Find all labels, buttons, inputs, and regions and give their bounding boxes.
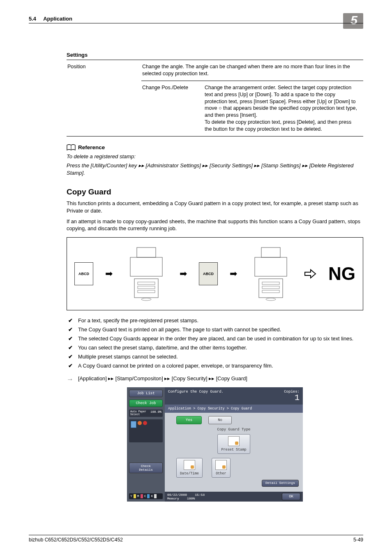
table-cell: Change Pos./Delete bbox=[141, 81, 204, 136]
table-cell: Change the arrangement order. Select the… bbox=[204, 81, 363, 136]
yes-button[interactable]: Yes bbox=[176, 416, 202, 424]
ok-button[interactable]: OK bbox=[282, 493, 300, 500]
svg-rect-7 bbox=[261, 247, 280, 257]
table-cell: Position bbox=[67, 60, 141, 136]
printer-icon bbox=[125, 245, 168, 303]
doc-guarded-icon: ABCD bbox=[199, 262, 218, 285]
svg-rect-10 bbox=[262, 282, 279, 284]
reference-path: Press the [Utility/Counter] key ▸▸ [Admi… bbox=[67, 162, 363, 177]
list-item: The selected Copy Guards appear in the o… bbox=[67, 335, 363, 342]
svg-point-13 bbox=[266, 298, 276, 301]
header-right: 5 bbox=[343, 13, 363, 29]
list-item: A Copy Guard cannot be printed on a colo… bbox=[67, 362, 363, 370]
panel-title: Configure the Copy Guard. bbox=[168, 390, 224, 402]
type-heading: Copy Guard Type bbox=[169, 428, 299, 432]
header-left: 5.4 Application bbox=[29, 16, 72, 22]
table-caption: Settings bbox=[67, 52, 363, 60]
stamp-icon bbox=[228, 436, 240, 446]
navigation-path: → [Application] ▸▸ [Stamp/Compositon] ▸▸… bbox=[67, 375, 363, 382]
svg-point-6 bbox=[141, 298, 151, 301]
list-item: Multiple preset stamps cannot be selecte… bbox=[67, 353, 363, 361]
copy-guard-heading: Copy Guard bbox=[67, 187, 363, 197]
footer-page: 5-49 bbox=[353, 537, 363, 543]
section-title: Application bbox=[43, 16, 72, 22]
panel-sidebar: Job List Check Job Auto Paper Select 100… bbox=[127, 387, 165, 502]
svg-rect-11 bbox=[262, 286, 279, 289]
panel-screenshot: Job List Check Job Auto Paper Select 100… bbox=[127, 387, 303, 502]
footer-model: bizhub C652/C652DS/C552/C552DS/C452 bbox=[29, 537, 123, 543]
doc-original-icon: ABCD bbox=[74, 262, 93, 285]
panel-header: Configure the Copy Guard. Copies: 1 bbox=[165, 387, 303, 405]
copy-guard-diagram: ABCD ➡ ➡ ABCD ➡ bbox=[67, 237, 363, 310]
chapter-number: 5 bbox=[343, 13, 363, 29]
svg-rect-5 bbox=[138, 290, 155, 293]
list-item: You can select the preset stamp, date/ti… bbox=[67, 344, 363, 352]
table-cell: Change the angle. The angle can be chang… bbox=[141, 60, 363, 81]
list-item: For a text, specify the pre-registered p… bbox=[67, 317, 363, 324]
svg-rect-12 bbox=[262, 290, 279, 293]
arrow-icon: ➡ bbox=[230, 268, 237, 279]
svg-rect-8 bbox=[255, 257, 287, 276]
svg-rect-4 bbox=[138, 286, 155, 289]
panel-body: Yes No Copy Guard Type Preset Stamp bbox=[165, 413, 303, 492]
copy-guard-p1: This function prints a document, embeddi… bbox=[67, 200, 363, 214]
list-item: The Copy Guard text is printed on all pa… bbox=[67, 326, 363, 333]
arrow-icon: ➡ bbox=[180, 268, 187, 279]
arrow-icon: ➡ bbox=[105, 268, 113, 279]
copies-value: 1 bbox=[295, 393, 300, 402]
check-job-button[interactable]: Check Job bbox=[129, 400, 163, 407]
preview-icon bbox=[129, 419, 163, 442]
copy-guard-p2: If an attempt is made to copy copy-guard… bbox=[67, 218, 363, 232]
reference-text: To delete a registered stamp: bbox=[67, 153, 363, 160]
ng-result: NG bbox=[328, 264, 355, 284]
paper-status: Auto Paper Select 100.0% bbox=[129, 409, 163, 417]
no-button[interactable]: No bbox=[208, 416, 232, 424]
panel-breadcrumb: Application > Copy Security > Copy Guard bbox=[165, 405, 303, 413]
other-button[interactable]: Other bbox=[212, 458, 231, 478]
svg-rect-1 bbox=[130, 257, 162, 276]
bullet-list: For a text, specify the pre-registered p… bbox=[67, 317, 363, 369]
reference-heading: Reference bbox=[78, 144, 105, 150]
book-icon bbox=[67, 144, 76, 151]
svg-rect-0 bbox=[137, 247, 156, 257]
panel-footer: 09/22/2009 15:58 Memory 100% OK bbox=[165, 492, 303, 502]
date-time-button[interactable]: Date/Time bbox=[176, 458, 203, 478]
section-number: 5.4 bbox=[29, 16, 36, 22]
arrow-outline-icon bbox=[304, 269, 316, 279]
detail-settings-button[interactable]: Detail Settings bbox=[262, 480, 299, 487]
job-list-button[interactable]: Job List bbox=[129, 390, 163, 397]
svg-rect-2 bbox=[134, 279, 158, 298]
check-details-button[interactable]: Check Details bbox=[129, 462, 163, 473]
date-icon bbox=[184, 460, 195, 470]
svg-rect-3 bbox=[138, 282, 155, 284]
preset-stamp-button[interactable]: Preset Stamp bbox=[217, 434, 250, 454]
printer-icon bbox=[249, 245, 293, 303]
other-icon bbox=[215, 460, 227, 470]
settings-table: Position Change the angle. The angle can… bbox=[67, 60, 363, 136]
svg-rect-9 bbox=[259, 279, 283, 298]
toner-levels: Y M C K bbox=[129, 493, 163, 499]
header-rule bbox=[29, 23, 363, 23]
arrow-right-icon: → bbox=[67, 375, 74, 384]
